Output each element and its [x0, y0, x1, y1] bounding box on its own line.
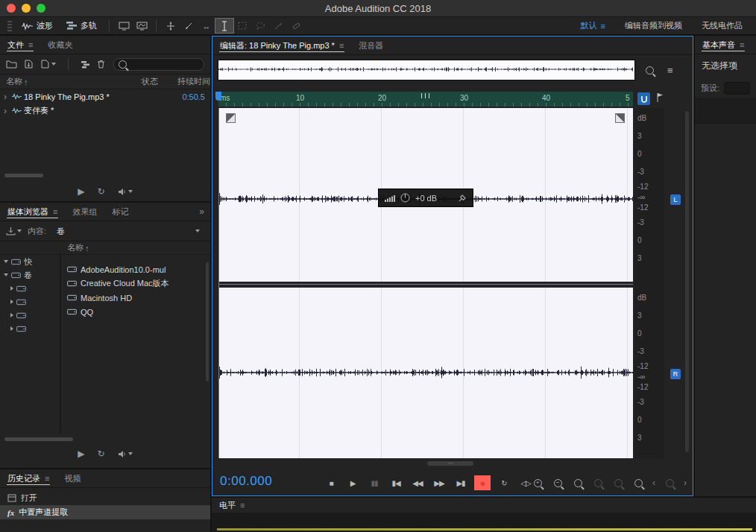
tab-mixer[interactable]: 混音器 — [351, 37, 391, 54]
volume-tree-item[interactable] — [0, 295, 60, 308]
column-duration[interactable]: 持续时间 — [177, 76, 210, 87]
panel-menu-icon[interactable]: ≡ — [240, 501, 245, 510]
add-marker-button[interactable] — [656, 92, 664, 103]
tab-overflow-icon[interactable]: » — [193, 206, 210, 217]
channel-left-badge[interactable]: L — [670, 194, 681, 205]
expander-icon[interactable]: › — [4, 107, 12, 115]
zoom-navigate-button[interactable] — [643, 63, 655, 77]
expanded-icon[interactable] — [4, 273, 8, 276]
razor-tool-button[interactable] — [180, 19, 198, 33]
time-display[interactable]: 0:00.000 — [220, 474, 272, 489]
file-row[interactable]: › 18 Pinky The Pig.mp3 * 0:50.5 — [0, 89, 210, 104]
panel-menu-icon[interactable]: ≡ — [339, 41, 344, 50]
media-item[interactable]: QQ — [61, 305, 210, 319]
tab-favorites[interactable]: 收藏夹 — [40, 36, 80, 54]
file-row[interactable]: › 变伴奏 * — [0, 104, 210, 118]
waveform-view-button[interactable]: 波形 — [15, 16, 60, 35]
auto-scroll-zoom-button[interactable] — [632, 476, 644, 490]
workspace-edit-audio-to-video[interactable]: 编辑音频到视频 — [625, 20, 682, 31]
panel-menu-icon[interactable]: ≡ — [28, 40, 33, 49]
timeline-ruler[interactable]: ms102030405 — [218, 92, 633, 107]
db-scale[interactable]: dB30-3-12-∞-12-303dB30-3-12-∞-12-303 — [634, 108, 664, 458]
column-name[interactable]: 名称 ↑ — [0, 76, 142, 87]
expander-icon[interactable]: › — [4, 93, 12, 101]
record-button[interactable]: ● — [474, 475, 491, 490]
volume-tree-item[interactable] — [0, 322, 60, 335]
panel-menu-icon[interactable]: ≡ — [45, 474, 49, 483]
preview-play-button[interactable]: ▶ — [78, 186, 84, 197]
collapsed-icon[interactable] — [10, 300, 13, 304]
loop-playback-button[interactable]: ↻ — [496, 475, 512, 490]
panel-menu-icon[interactable]: ≡ — [53, 207, 57, 216]
horizontal-scrollbar[interactable] — [4, 174, 43, 177]
time-selection-tool-button[interactable] — [215, 19, 233, 33]
media-item[interactable]: Creative Cloud Mac版本 — [61, 276, 210, 291]
zoom-out-button[interactable] — [552, 476, 564, 490]
fade-out-handle[interactable] — [615, 113, 625, 123]
stop-button[interactable]: ■ — [323, 475, 339, 490]
levels-meter[interactable] — [212, 513, 756, 532]
gain-hud[interactable]: +0 dB — [378, 189, 473, 207]
import-file-button[interactable] — [24, 60, 34, 69]
paintbrush-selection-tool-button[interactable] — [269, 19, 287, 33]
expanded-icon[interactable] — [4, 260, 8, 263]
snap-toggle-button[interactable] — [637, 92, 650, 105]
column-status[interactable]: 状态 — [142, 76, 177, 87]
loop-preview-button[interactable]: ↻ — [98, 449, 105, 459]
preset-dropdown[interactable] — [724, 82, 750, 95]
channel-right-badge[interactable]: R — [670, 369, 681, 379]
video-display-button[interactable] — [115, 19, 133, 33]
shortcut-volumes[interactable]: 卷 — [0, 268, 60, 282]
search-input[interactable] — [113, 58, 204, 71]
content-dropdown[interactable]: 卷 — [52, 224, 204, 238]
playhead-handle[interactable] — [215, 92, 221, 101]
preview-play-button[interactable]: ▶ — [78, 449, 84, 459]
history-item-center-channel-extract[interactable]: fx 中置声道提取 — [0, 505, 210, 519]
zoom-in-button[interactable] — [532, 476, 544, 490]
spot-healing-brush-tool-button[interactable] — [287, 19, 305, 33]
media-item[interactable]: AdobeAudition10.0-mul — [61, 262, 210, 276]
waveform-display[interactable] — [218, 108, 633, 458]
zoom-out-full-button[interactable] — [592, 476, 604, 490]
multitrack-view-button[interactable]: 多轨 — [60, 16, 104, 35]
speaker-button[interactable] — [118, 188, 133, 196]
overview-strip[interactable] — [218, 60, 635, 80]
marquee-selection-tool-button[interactable] — [233, 19, 251, 33]
new-item-button[interactable] — [40, 60, 56, 69]
volume-tree-item[interactable] — [0, 308, 60, 322]
lasso-selection-tool-button[interactable] — [251, 19, 269, 33]
collapsed-icon[interactable] — [10, 286, 13, 291]
zoom-selection-button[interactable] — [612, 476, 624, 490]
tab-essential-sound[interactable]: 基本声音 ≡ — [695, 36, 752, 54]
tab-video[interactable]: 视频 — [57, 469, 88, 487]
tab-media-browser[interactable]: 媒体浏览器 ≡ — [0, 203, 65, 221]
horizontal-scrollbar[interactable] — [4, 437, 73, 441]
delete-button[interactable] — [97, 60, 105, 69]
spectral-display-button[interactable] — [133, 19, 151, 33]
insert-into-multitrack-button[interactable] — [81, 60, 90, 69]
display-settings-button[interactable]: ≡ — [667, 65, 673, 76]
panel-menu-icon[interactable]: ≡ — [740, 40, 744, 49]
go-to-end-button[interactable]: ▶▮ — [453, 475, 469, 490]
workspace-default[interactable]: 默认 ≡ — [581, 20, 605, 31]
pause-button[interactable]: ▮▮ — [366, 475, 382, 490]
fast-forward-button[interactable]: ▶▶ — [431, 475, 447, 490]
fade-in-handle[interactable] — [226, 113, 236, 123]
files-column-headers[interactable]: 名称 ↑ 状态 持续时间 — [0, 75, 210, 89]
shortcut-quick-access[interactable]: 快 — [0, 255, 60, 268]
next-zoom-button[interactable]: › — [684, 478, 687, 488]
tab-history[interactable]: 历史记录 ≡ — [0, 469, 57, 487]
previous-zoom-button[interactable]: ‹ — [652, 478, 655, 488]
go-to-start-button[interactable]: ▮◀ — [388, 475, 404, 490]
open-file-button[interactable] — [6, 60, 17, 69]
play-button[interactable]: ▶ — [344, 475, 361, 490]
vertical-scrollbar[interactable] — [206, 262, 209, 381]
move-tool-button[interactable] — [162, 19, 180, 33]
gain-knob-icon[interactable] — [400, 193, 410, 203]
workspace-radio-production[interactable]: 无线电作品 — [702, 20, 743, 31]
volume-tree-item[interactable] — [0, 282, 60, 295]
import-media-button[interactable] — [6, 227, 22, 235]
speaker-button[interactable] — [118, 450, 133, 458]
tab-effects-rack[interactable]: 效果组 — [65, 203, 104, 221]
zoom-in-selection-button[interactable] — [572, 476, 584, 490]
